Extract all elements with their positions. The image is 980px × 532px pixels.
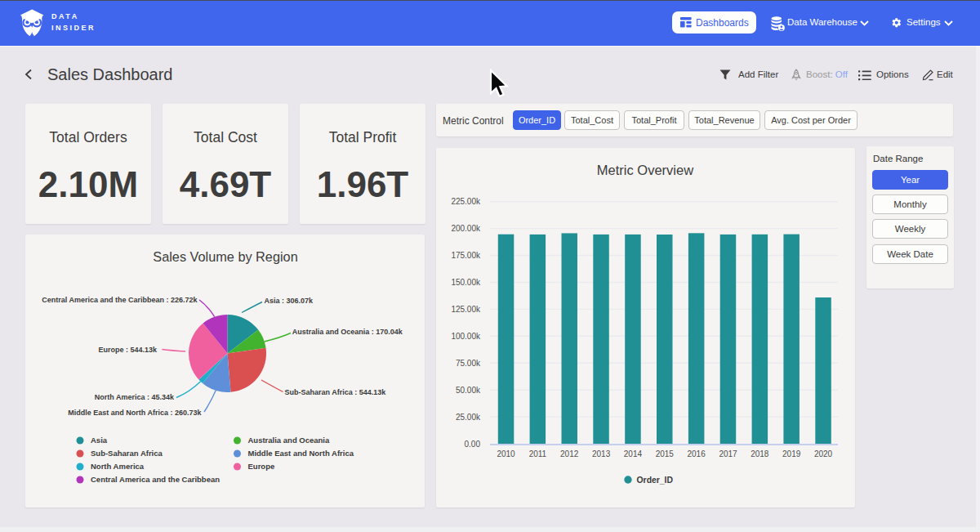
svg-text:50.00k: 50.00k (456, 386, 481, 395)
svg-text:Central America and the Caribb: Central America and the Caribbean : 226.… (42, 296, 198, 304)
svg-text:2016: 2016 (687, 449, 706, 458)
svg-text:2013: 2013 (592, 449, 611, 458)
svg-text:Asia: Asia (91, 436, 108, 445)
svg-text:2011: 2011 (529, 449, 547, 458)
svg-text:Australia and Oceania: Australia and Oceania (248, 436, 331, 445)
svg-text:Metric Overview: Metric Overview (597, 163, 693, 177)
svg-text:Asia : 306.07k: Asia : 306.07k (265, 297, 314, 305)
svg-text:Middle East and North Africa: Middle East and North Africa (248, 449, 354, 458)
svg-text:Middle East and North Africa :: Middle East and North Africa : 260.73k (68, 409, 202, 417)
svg-text:Sales Volume by Region: Sales Volume by Region (153, 249, 297, 264)
svg-text:150.00k: 150.00k (451, 278, 481, 287)
svg-text:North America : 45.34k: North America : 45.34k (95, 393, 175, 401)
svg-text:Central America and the Caribb: Central America and the Caribbean (91, 475, 220, 484)
svg-text:2018: 2018 (751, 449, 769, 458)
svg-text:Sub-Saharan Africa: Sub-Saharan Africa (91, 449, 163, 458)
svg-text:175.00k: 175.00k (451, 251, 481, 260)
svg-text:75.00k: 75.00k (456, 359, 481, 368)
svg-text:200.00k: 200.00k (451, 224, 481, 233)
svg-text:Europe: Europe (248, 462, 275, 471)
svg-text:2012: 2012 (560, 449, 579, 458)
svg-text:2019: 2019 (782, 449, 801, 458)
svg-text:2010: 2010 (497, 449, 515, 458)
svg-text:Australia and Oceania : 170.04: Australia and Oceania : 170.04k (292, 328, 403, 336)
svg-text:25.00k: 25.00k (456, 413, 481, 422)
svg-text:100.00k: 100.00k (451, 332, 481, 341)
svg-text:125.00k: 125.00k (451, 305, 481, 314)
svg-text:0.00: 0.00 (465, 440, 481, 449)
svg-text:Order_ID: Order_ID (637, 476, 674, 485)
svg-text:2020: 2020 (814, 449, 833, 458)
svg-text:225.00k: 225.00k (451, 197, 481, 206)
svg-text:Europe : 544.13k: Europe : 544.13k (98, 346, 158, 354)
svg-text:2014: 2014 (624, 449, 643, 458)
svg-text:North America: North America (91, 462, 145, 471)
svg-text:Sub-Saharan Africa : 544.13k: Sub-Saharan Africa : 544.13k (285, 388, 387, 396)
svg-text:2017: 2017 (719, 449, 737, 458)
svg-text:2015: 2015 (656, 449, 675, 458)
